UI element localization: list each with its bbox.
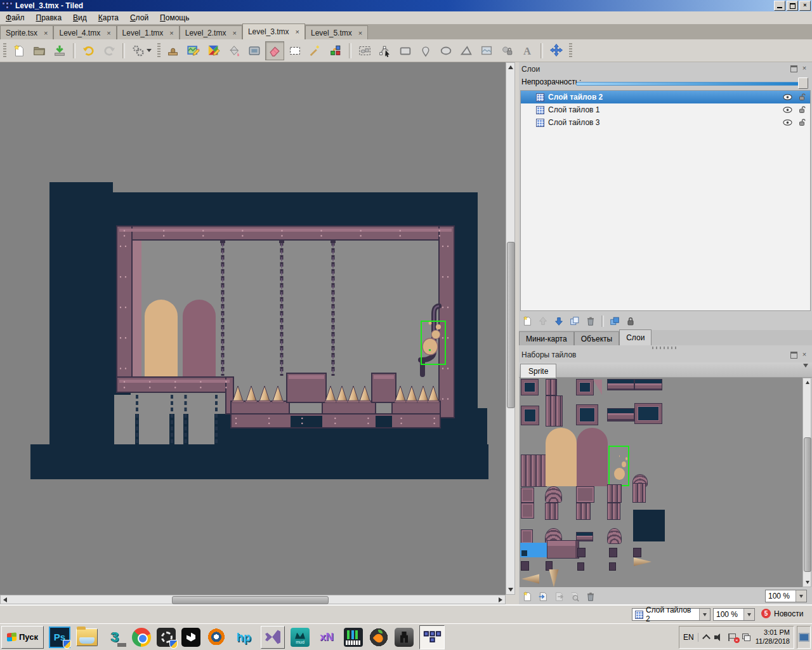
taskbar-dark-app[interactable] <box>395 628 414 647</box>
panel-splitter-handle[interactable] <box>652 347 678 349</box>
tab-close-icon[interactable]: × <box>296 29 299 35</box>
tileset-tile-fan[interactable] <box>546 487 561 502</box>
tileset-tile-pillar[interactable] <box>577 503 590 519</box>
tileset-tile-mini[interactable] <box>546 562 552 570</box>
tileset-tile-fan[interactable] <box>608 529 621 543</box>
unlock-icon[interactable] <box>799 93 806 101</box>
stamp-brush-tool[interactable] <box>164 41 183 60</box>
visibility-eye-icon[interactable] <box>783 119 792 126</box>
map-view[interactable] <box>0 62 506 595</box>
toolbar-grip[interactable] <box>3 43 6 58</box>
tileset-tile-panel[interactable] <box>577 405 598 425</box>
visibility-eye-icon[interactable] <box>783 107 792 113</box>
tab-close-icon[interactable]: × <box>358 30 362 36</box>
tileset-tile-pillar[interactable] <box>546 396 562 426</box>
action-center-flag-icon[interactable] <box>728 633 737 641</box>
tileset-tile-bar[interactable] <box>608 409 634 421</box>
tileset-tile-arch-mauve[interactable] <box>577 428 608 486</box>
lower-layer-button[interactable] <box>552 314 566 328</box>
tileset-tile-pillar[interactable] <box>608 503 620 519</box>
new-layer-button[interactable] <box>520 314 534 328</box>
canvas-hscrollbar[interactable] <box>0 595 506 604</box>
rect-select-tool[interactable] <box>285 41 304 60</box>
export-tileset-button[interactable] <box>552 590 566 604</box>
tab-close-icon[interactable]: × <box>44 30 48 36</box>
tab-objects[interactable]: Объекты <box>574 331 620 345</box>
remove-tileset-button[interactable] <box>584 590 598 604</box>
tileset-tile-blue[interactable] <box>520 543 547 557</box>
taskbar-photoshop[interactable]: Ps <box>49 627 70 648</box>
wang-brush-tool[interactable] <box>204 41 223 60</box>
canvas-vscrollbar[interactable] <box>506 62 515 595</box>
eraser-tool[interactable] <box>265 41 284 60</box>
close-button[interactable]: × <box>799 1 811 11</box>
layer-row-tile-layer-2[interactable]: Слой тайлов 2 <box>521 91 810 103</box>
taskbar-gear-app[interactable] <box>157 628 176 647</box>
tray-clock[interactable]: 3:01 PM 11/28/2018 <box>756 628 790 646</box>
tileset-tile-crate[interactable] <box>521 530 532 543</box>
tab-close-icon[interactable]: × <box>232 30 236 36</box>
scroll-down-icon[interactable] <box>506 586 514 594</box>
new-tileset-button[interactable] <box>520 590 534 604</box>
tileset-tile-plat3d[interactable] <box>547 541 579 558</box>
combo-dropdown-icon[interactable] <box>796 590 806 602</box>
minimize-button[interactable] <box>774 1 785 11</box>
tileset-tile-cone-l[interactable] <box>521 573 539 585</box>
tileset-tile-crate[interactable] <box>521 503 534 518</box>
tab-level-2[interactable]: Level_2.tmx× <box>180 25 242 39</box>
tileset-tile-mini[interactable] <box>521 562 528 570</box>
tileset-tile-mini[interactable] <box>578 548 585 557</box>
hscroll-thumb[interactable] <box>172 596 329 604</box>
volume-icon[interactable] <box>714 633 723 641</box>
tileset-tile-crate[interactable] <box>521 488 534 502</box>
float-panel-icon[interactable] <box>790 352 798 359</box>
insert-template-tool[interactable] <box>497 41 516 60</box>
tileset-view[interactable] <box>520 378 802 587</box>
raise-layer-button[interactable] <box>536 314 550 328</box>
opacity-slider[interactable] <box>576 82 807 86</box>
insert-rectangle-tool[interactable] <box>396 41 415 60</box>
combo-dropdown-icon[interactable] <box>699 609 710 620</box>
tab-level-4[interactable]: Level_4.tmx× <box>53 25 116 39</box>
tileset-vscroll-thumb[interactable] <box>804 437 811 572</box>
terrain-brush-tool[interactable] <box>184 41 203 60</box>
scroll-down-icon[interactable] <box>803 578 811 587</box>
insert-ellipse-tool[interactable] <box>436 41 455 60</box>
zoom-combo[interactable]: 100 % <box>713 608 755 621</box>
scroll-left-icon[interactable] <box>1 595 9 604</box>
hidden-icons-chevron-icon[interactable] <box>702 634 710 642</box>
taskbar-mudbox[interactable]: mud <box>291 628 310 647</box>
toolbar-grip[interactable] <box>569 43 572 58</box>
bucket-fill-tool[interactable] <box>225 41 244 60</box>
insert-polygon-tool[interactable] <box>457 41 476 60</box>
save-button[interactable] <box>50 41 69 60</box>
tileset-tile-blob[interactable] <box>608 446 629 486</box>
tileset-tile-navy[interactable] <box>633 510 665 541</box>
highlight-layer-button[interactable] <box>608 314 622 328</box>
tileset-tile-pillar[interactable] <box>521 455 546 486</box>
language-indicator[interactable]: EN <box>683 633 698 642</box>
scroll-up-icon[interactable] <box>803 378 811 387</box>
tileset-tile-arch-tan[interactable] <box>546 428 577 486</box>
tileset-tile-pillar[interactable] <box>546 503 558 519</box>
opacity-slider-handle[interactable] <box>798 77 808 89</box>
menu-view[interactable]: Вид <box>67 12 93 23</box>
tileset-tile-panel[interactable] <box>635 404 662 423</box>
visibility-eye-icon[interactable] <box>783 94 792 100</box>
unlock-icon[interactable] <box>799 119 806 126</box>
new-file-button[interactable] <box>10 41 29 60</box>
menu-edit[interactable]: Правка <box>30 12 68 23</box>
layer-row-tile-layer-3[interactable]: Слой тайлов 3 <box>521 116 810 129</box>
toolbar-grip[interactable] <box>157 43 160 58</box>
tileset-tile-pillar[interactable] <box>608 485 621 502</box>
tab-close-icon[interactable]: × <box>169 30 173 36</box>
taskbar-3ds-max[interactable]: 3 <box>103 627 126 648</box>
tileset-tile-mini[interactable] <box>610 563 615 570</box>
tileset-tab-sprite[interactable]: Sprite <box>520 364 556 378</box>
tileset-tile-pillar[interactable] <box>546 380 556 395</box>
insert-text-tool[interactable]: A <box>518 41 537 60</box>
taskbar-fl-studio[interactable] <box>369 627 389 647</box>
open-file-button[interactable] <box>30 41 49 60</box>
tab-layers[interactable]: Слои <box>619 329 652 345</box>
tab-minimap[interactable]: Мини-карта <box>519 331 574 345</box>
